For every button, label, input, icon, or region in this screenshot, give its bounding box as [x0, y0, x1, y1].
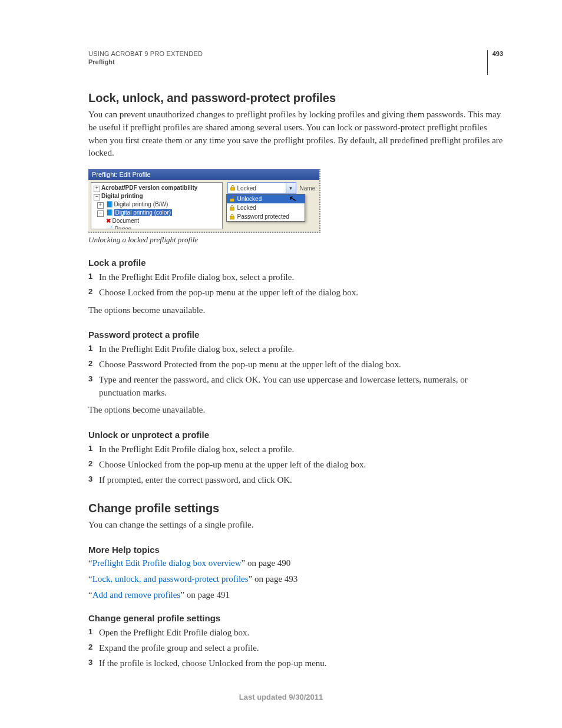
expand-icon[interactable]: +: [97, 202, 104, 209]
tree-node[interactable]: ✖Document: [92, 217, 221, 225]
heading-more-help: More Help topics: [88, 545, 503, 555]
heading-password-protect: Password protect a profile: [88, 330, 503, 340]
step-item: Choose Locked from the pop-up menu at th…: [88, 286, 503, 299]
help-link[interactable]: Preflight Edit Profile dialog box overvi…: [92, 558, 242, 568]
step-item: In the Preflight Edit Profile dialog box…: [88, 271, 503, 284]
delete-icon: ✖: [106, 218, 111, 224]
step-item: In the Preflight Edit Profile dialog box…: [88, 343, 503, 356]
step-item: Type and reenter the password, and click…: [88, 374, 503, 400]
profile-tree[interactable]: +Acrobat/PDF version compatibility −Digi…: [91, 182, 223, 229]
page-number: 493: [487, 50, 503, 75]
help-link-row: “Add and remove profiles” on page 491: [88, 590, 503, 600]
tree-node[interactable]: +📘Digital printing (B/W): [92, 200, 221, 209]
heading-unlock: Unlock or unprotect a profile: [88, 430, 503, 440]
help-link-row: “Lock, unlock, and password-protect prof…: [88, 574, 503, 584]
step-item: Open the Preflight Edit Profile dialog b…: [88, 627, 503, 640]
step-item: Choose Password Protected from the pop-u…: [88, 358, 503, 371]
chevron-down-icon[interactable]: ▼: [286, 183, 296, 193]
section-intro: You can change the settings of a single …: [88, 519, 503, 532]
collapse-icon[interactable]: −: [97, 210, 104, 217]
step-item: If prompted, enter the correct password,…: [88, 474, 503, 487]
collapse-icon[interactable]: −: [94, 194, 100, 200]
dropdown-selected-label: Locked: [237, 185, 256, 192]
step-item: In the Preflight Edit Profile dialog box…: [88, 443, 503, 456]
help-link[interactable]: Lock, unlock, and password-protect profi…: [92, 574, 249, 584]
help-link-row: “Preflight Edit Profile dialog box overv…: [88, 558, 503, 568]
result-text: The options become unavailable.: [88, 404, 503, 417]
unlock-icon: [229, 196, 235, 202]
step-item: Expand the profile group and select a pr…: [88, 642, 503, 655]
step-item: Choose Unlocked from the pop-up menu at …: [88, 459, 503, 472]
result-text: The options become unavailable.: [88, 304, 503, 317]
name-field-label: Name:: [300, 185, 317, 192]
last-updated-footer: Last updated 9/30/2011: [0, 693, 562, 701]
tree-node[interactable]: −Digital printing: [92, 192, 221, 200]
heading-lock-unlock: Lock, unlock, and password-protect profi…: [88, 91, 503, 105]
lock-icon: [229, 214, 235, 220]
tree-node[interactable]: 📄Pages: [92, 225, 221, 229]
product-name: USING ACROBAT 9 PRO EXTENDED: [88, 50, 203, 57]
help-link[interactable]: Add and remove profiles: [92, 590, 181, 599]
heading-change-settings: Change profile settings: [88, 502, 503, 515]
lock-state-dropdown[interactable]: Locked ▼: [227, 182, 296, 194]
heading-lock-a-profile: Lock a profile: [88, 258, 503, 268]
pages-icon: 📄: [106, 226, 113, 229]
tree-node[interactable]: +Acrobat/PDF version compatibility: [92, 184, 221, 192]
running-header: USING ACROBAT 9 PRO EXTENDED Preflight: [88, 50, 203, 65]
dialog-title: Preflight: Edit Profile: [88, 169, 319, 180]
intro-paragraph: You can prevent unauthorized changes to …: [88, 108, 503, 160]
figure-edit-profile: Preflight: Edit Profile +Acrobat/PDF ver…: [88, 169, 320, 233]
step-item: If the profile is locked, choose Unlocke…: [88, 657, 503, 670]
figure-caption: Unlocking a locked preflight profile: [88, 235, 503, 245]
chapter-name: Preflight: [88, 58, 203, 65]
menu-item-password[interactable]: Password protected: [227, 212, 305, 221]
heading-change-general: Change general profile settings: [88, 613, 503, 623]
expand-icon[interactable]: +: [94, 186, 100, 192]
tree-node-selected[interactable]: −📘Digital printing (color): [92, 209, 221, 217]
lock-icon: [230, 185, 236, 191]
lock-icon: [229, 205, 235, 211]
